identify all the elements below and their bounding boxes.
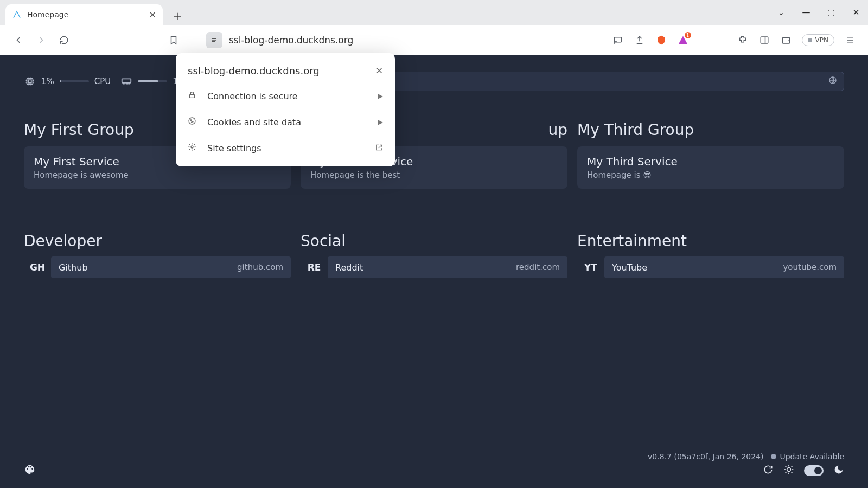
svg-point-8 [191,146,193,148]
lock-icon [188,91,199,101]
brave-shield-icon[interactable] [655,34,667,46]
popover-row-label: Cookies and site data [207,117,369,127]
popover-title: ssl-blog-demo.duckdns.org [188,65,320,76]
svg-rect-2 [782,38,790,44]
sidebar-icon[interactable] [758,34,770,46]
bookmark-domain: github.com [237,262,283,272]
svg-rect-9 [27,79,33,85]
svg-rect-3 [189,94,194,98]
site-info-popover: ssl-blog-demo.duckdns.org ✕ Connection i… [176,53,395,166]
cpu-bar [60,80,89,82]
service-desc: Homepage is 😎 [587,170,834,180]
version-text: v0.8.7 (05a7c0f, Jan 26, 2024) [648,452,763,461]
bookmark-badge: RE [301,256,328,278]
share-icon[interactable] [634,34,646,46]
version-bar: v0.8.7 (05a7c0f, Jan 26, 2024) Update Av… [648,452,844,461]
svg-point-13 [787,468,791,472]
gear-icon [188,143,199,153]
svg-point-7 [192,122,192,123]
cookies-row[interactable]: Cookies and site data ▶ [176,109,395,135]
bookmark-icon[interactable] [167,34,180,47]
bookmark-group: Social RE Reddit reddit.com [301,232,567,278]
bookmark-domain: youtube.com [783,262,837,272]
new-tab-button[interactable]: + [168,7,187,25]
service-desc: Homepage is awesome [34,170,281,180]
address-bar[interactable]: ssl-blog-demo.duckdns.org [229,35,353,46]
bookmark-row[interactable]: GH Github github.com [24,256,291,278]
bookmark-group: Developer GH Github github.com [24,232,291,278]
favicon-icon [12,10,22,20]
vpn-label: VPN [815,36,828,44]
bookmark-group: Entertainment YT YouTube youtube.com [577,232,844,278]
bookmark-name: Github [59,262,88,273]
theme-toggle[interactable] [804,465,824,476]
bookmark-row[interactable]: RE Reddit reddit.com [301,256,567,278]
connection-secure-row[interactable]: Connection is secure ▶ [176,83,395,109]
cast-icon[interactable] [612,34,624,46]
search-provider-icon [828,76,837,87]
reload-button[interactable] [58,34,71,47]
tab-title: Homepage [27,10,144,19]
browser-tab[interactable]: Homepage ✕ [5,4,163,25]
chevron-right-icon: ▶ [378,92,383,100]
popover-row-label: Connection is secure [207,91,369,101]
refresh-icon[interactable] [763,464,774,477]
svg-point-5 [190,120,191,120]
back-button[interactable] [12,34,25,47]
extensions-icon[interactable] [737,34,749,46]
palette-icon[interactable] [24,464,36,477]
vpn-button[interactable]: VPN [802,34,834,46]
svg-point-4 [189,118,195,124]
bookmark-badge: GH [24,256,51,278]
service-desc: Homepage is the best [310,170,558,180]
close-window-icon[interactable]: ✕ [848,8,864,17]
minimize-icon[interactable]: — [799,8,814,17]
cpu-percent: 1% [41,76,54,86]
service-name: My Third Service [587,155,834,168]
service-card[interactable]: My Third Service Homepage is 😎 [577,146,844,189]
popover-close-icon[interactable]: ✕ [376,66,383,76]
sun-icon[interactable] [783,464,794,477]
update-available[interactable]: Update Available [771,452,844,461]
site-settings-row[interactable]: Site settings [176,135,395,161]
site-info-button[interactable] [206,32,222,48]
svg-rect-1 [761,37,768,43]
chevron-right-icon: ▶ [378,118,383,126]
bookmark-row[interactable]: YT YouTube youtube.com [577,256,844,278]
bookmark-badge: YT [577,256,604,278]
service-group: My Third Group My Third Service Homepage… [577,121,844,189]
external-link-icon [375,144,383,153]
svg-point-6 [193,121,193,122]
popover-row-label: Site settings [207,143,367,153]
maximize-icon[interactable]: ▢ [824,8,839,17]
notification-badge: 1 [685,32,691,38]
mem-bar [138,80,167,82]
cpu-label: CPU [94,76,111,86]
bookmark-group-title: Social [301,232,567,250]
tab-close-icon[interactable]: ✕ [149,10,156,20]
cookie-icon [188,117,199,127]
svg-rect-10 [28,80,31,83]
bookmark-group-title: Developer [24,232,291,250]
cpu-stat: 1% CPU [24,75,111,87]
moon-icon[interactable] [833,464,844,477]
bookmark-group-title: Entertainment [577,232,844,250]
bookmark-domain: reddit.com [516,262,560,272]
menu-icon[interactable] [844,34,856,46]
bookmark-name: Reddit [335,262,363,273]
wallet-icon[interactable] [780,34,792,46]
tab-search-icon[interactable]: ⌄ [774,8,789,17]
group-title: My Third Group [577,121,844,139]
bookmark-name: YouTube [612,262,647,273]
forward-button[interactable] [35,34,48,47]
brave-rewards-icon[interactable]: 1 [677,34,689,46]
svg-rect-11 [122,79,131,82]
